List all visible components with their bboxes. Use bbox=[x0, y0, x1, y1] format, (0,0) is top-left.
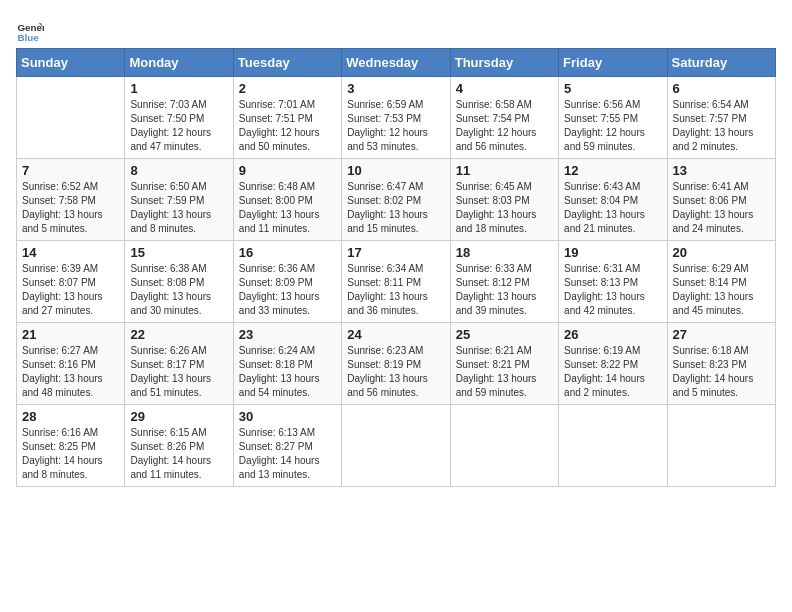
calendar-cell bbox=[559, 405, 667, 487]
day-number: 13 bbox=[673, 163, 770, 178]
calendar-cell: 28Sunrise: 6:16 AM Sunset: 8:25 PM Dayli… bbox=[17, 405, 125, 487]
calendar-cell: 20Sunrise: 6:29 AM Sunset: 8:14 PM Dayli… bbox=[667, 241, 775, 323]
day-number: 10 bbox=[347, 163, 444, 178]
calendar-table: SundayMondayTuesdayWednesdayThursdayFrid… bbox=[16, 48, 776, 487]
day-number: 15 bbox=[130, 245, 227, 260]
calendar-cell: 9Sunrise: 6:48 AM Sunset: 8:00 PM Daylig… bbox=[233, 159, 341, 241]
day-info: Sunrise: 6:39 AM Sunset: 8:07 PM Dayligh… bbox=[22, 262, 119, 318]
weekday-header-thursday: Thursday bbox=[450, 49, 558, 77]
day-info: Sunrise: 6:41 AM Sunset: 8:06 PM Dayligh… bbox=[673, 180, 770, 236]
calendar-cell: 17Sunrise: 6:34 AM Sunset: 8:11 PM Dayli… bbox=[342, 241, 450, 323]
day-number: 19 bbox=[564, 245, 661, 260]
day-info: Sunrise: 7:03 AM Sunset: 7:50 PM Dayligh… bbox=[130, 98, 227, 154]
calendar-cell: 26Sunrise: 6:19 AM Sunset: 8:22 PM Dayli… bbox=[559, 323, 667, 405]
calendar-cell: 29Sunrise: 6:15 AM Sunset: 8:26 PM Dayli… bbox=[125, 405, 233, 487]
day-info: Sunrise: 6:43 AM Sunset: 8:04 PM Dayligh… bbox=[564, 180, 661, 236]
day-info: Sunrise: 7:01 AM Sunset: 7:51 PM Dayligh… bbox=[239, 98, 336, 154]
calendar-cell: 6Sunrise: 6:54 AM Sunset: 7:57 PM Daylig… bbox=[667, 77, 775, 159]
day-info: Sunrise: 6:58 AM Sunset: 7:54 PM Dayligh… bbox=[456, 98, 553, 154]
day-info: Sunrise: 6:36 AM Sunset: 8:09 PM Dayligh… bbox=[239, 262, 336, 318]
calendar-cell: 10Sunrise: 6:47 AM Sunset: 8:02 PM Dayli… bbox=[342, 159, 450, 241]
day-number: 4 bbox=[456, 81, 553, 96]
day-number: 8 bbox=[130, 163, 227, 178]
day-info: Sunrise: 6:15 AM Sunset: 8:26 PM Dayligh… bbox=[130, 426, 227, 482]
day-info: Sunrise: 6:33 AM Sunset: 8:12 PM Dayligh… bbox=[456, 262, 553, 318]
day-info: Sunrise: 6:23 AM Sunset: 8:19 PM Dayligh… bbox=[347, 344, 444, 400]
day-number: 12 bbox=[564, 163, 661, 178]
day-info: Sunrise: 6:47 AM Sunset: 8:02 PM Dayligh… bbox=[347, 180, 444, 236]
day-info: Sunrise: 6:52 AM Sunset: 7:58 PM Dayligh… bbox=[22, 180, 119, 236]
day-number: 6 bbox=[673, 81, 770, 96]
day-number: 29 bbox=[130, 409, 227, 424]
day-number: 16 bbox=[239, 245, 336, 260]
calendar-cell: 5Sunrise: 6:56 AM Sunset: 7:55 PM Daylig… bbox=[559, 77, 667, 159]
day-info: Sunrise: 6:54 AM Sunset: 7:57 PM Dayligh… bbox=[673, 98, 770, 154]
calendar-cell: 3Sunrise: 6:59 AM Sunset: 7:53 PM Daylig… bbox=[342, 77, 450, 159]
weekday-header-tuesday: Tuesday bbox=[233, 49, 341, 77]
weekday-header-friday: Friday bbox=[559, 49, 667, 77]
calendar-cell: 14Sunrise: 6:39 AM Sunset: 8:07 PM Dayli… bbox=[17, 241, 125, 323]
calendar-cell: 11Sunrise: 6:45 AM Sunset: 8:03 PM Dayli… bbox=[450, 159, 558, 241]
day-info: Sunrise: 6:34 AM Sunset: 8:11 PM Dayligh… bbox=[347, 262, 444, 318]
day-info: Sunrise: 6:56 AM Sunset: 7:55 PM Dayligh… bbox=[564, 98, 661, 154]
day-number: 24 bbox=[347, 327, 444, 342]
day-info: Sunrise: 6:50 AM Sunset: 7:59 PM Dayligh… bbox=[130, 180, 227, 236]
day-info: Sunrise: 6:16 AM Sunset: 8:25 PM Dayligh… bbox=[22, 426, 119, 482]
calendar-cell bbox=[450, 405, 558, 487]
day-number: 20 bbox=[673, 245, 770, 260]
day-info: Sunrise: 6:21 AM Sunset: 8:21 PM Dayligh… bbox=[456, 344, 553, 400]
day-number: 23 bbox=[239, 327, 336, 342]
day-info: Sunrise: 6:45 AM Sunset: 8:03 PM Dayligh… bbox=[456, 180, 553, 236]
weekday-header-monday: Monday bbox=[125, 49, 233, 77]
calendar-cell: 27Sunrise: 6:18 AM Sunset: 8:23 PM Dayli… bbox=[667, 323, 775, 405]
calendar-cell: 21Sunrise: 6:27 AM Sunset: 8:16 PM Dayli… bbox=[17, 323, 125, 405]
day-number: 21 bbox=[22, 327, 119, 342]
day-info: Sunrise: 6:13 AM Sunset: 8:27 PM Dayligh… bbox=[239, 426, 336, 482]
weekday-header-wednesday: Wednesday bbox=[342, 49, 450, 77]
day-number: 22 bbox=[130, 327, 227, 342]
day-info: Sunrise: 6:24 AM Sunset: 8:18 PM Dayligh… bbox=[239, 344, 336, 400]
day-number: 1 bbox=[130, 81, 227, 96]
calendar-cell: 22Sunrise: 6:26 AM Sunset: 8:17 PM Dayli… bbox=[125, 323, 233, 405]
day-info: Sunrise: 6:26 AM Sunset: 8:17 PM Dayligh… bbox=[130, 344, 227, 400]
calendar-cell bbox=[667, 405, 775, 487]
logo: General Blue bbox=[16, 16, 50, 44]
calendar-cell: 13Sunrise: 6:41 AM Sunset: 8:06 PM Dayli… bbox=[667, 159, 775, 241]
calendar-cell bbox=[17, 77, 125, 159]
day-number: 7 bbox=[22, 163, 119, 178]
day-number: 26 bbox=[564, 327, 661, 342]
day-number: 9 bbox=[239, 163, 336, 178]
calendar-cell: 30Sunrise: 6:13 AM Sunset: 8:27 PM Dayli… bbox=[233, 405, 341, 487]
day-info: Sunrise: 6:38 AM Sunset: 8:08 PM Dayligh… bbox=[130, 262, 227, 318]
day-number: 30 bbox=[239, 409, 336, 424]
calendar-cell: 16Sunrise: 6:36 AM Sunset: 8:09 PM Dayli… bbox=[233, 241, 341, 323]
calendar-cell: 1Sunrise: 7:03 AM Sunset: 7:50 PM Daylig… bbox=[125, 77, 233, 159]
logo-icon: General Blue bbox=[16, 16, 44, 44]
calendar-cell: 25Sunrise: 6:21 AM Sunset: 8:21 PM Dayli… bbox=[450, 323, 558, 405]
day-info: Sunrise: 6:19 AM Sunset: 8:22 PM Dayligh… bbox=[564, 344, 661, 400]
calendar-cell: 23Sunrise: 6:24 AM Sunset: 8:18 PM Dayli… bbox=[233, 323, 341, 405]
day-info: Sunrise: 6:29 AM Sunset: 8:14 PM Dayligh… bbox=[673, 262, 770, 318]
calendar-cell: 19Sunrise: 6:31 AM Sunset: 8:13 PM Dayli… bbox=[559, 241, 667, 323]
calendar-cell: 24Sunrise: 6:23 AM Sunset: 8:19 PM Dayli… bbox=[342, 323, 450, 405]
day-number: 25 bbox=[456, 327, 553, 342]
day-number: 28 bbox=[22, 409, 119, 424]
calendar-cell: 4Sunrise: 6:58 AM Sunset: 7:54 PM Daylig… bbox=[450, 77, 558, 159]
page-header: General Blue bbox=[16, 16, 776, 44]
day-number: 3 bbox=[347, 81, 444, 96]
weekday-header-sunday: Sunday bbox=[17, 49, 125, 77]
weekday-header-saturday: Saturday bbox=[667, 49, 775, 77]
day-info: Sunrise: 6:18 AM Sunset: 8:23 PM Dayligh… bbox=[673, 344, 770, 400]
calendar-cell: 15Sunrise: 6:38 AM Sunset: 8:08 PM Dayli… bbox=[125, 241, 233, 323]
day-info: Sunrise: 6:59 AM Sunset: 7:53 PM Dayligh… bbox=[347, 98, 444, 154]
day-number: 27 bbox=[673, 327, 770, 342]
calendar-cell bbox=[342, 405, 450, 487]
calendar-cell: 2Sunrise: 7:01 AM Sunset: 7:51 PM Daylig… bbox=[233, 77, 341, 159]
day-number: 5 bbox=[564, 81, 661, 96]
calendar-cell: 8Sunrise: 6:50 AM Sunset: 7:59 PM Daylig… bbox=[125, 159, 233, 241]
svg-text:Blue: Blue bbox=[17, 32, 39, 43]
day-info: Sunrise: 6:48 AM Sunset: 8:00 PM Dayligh… bbox=[239, 180, 336, 236]
calendar-cell: 12Sunrise: 6:43 AM Sunset: 8:04 PM Dayli… bbox=[559, 159, 667, 241]
day-number: 11 bbox=[456, 163, 553, 178]
calendar-cell: 7Sunrise: 6:52 AM Sunset: 7:58 PM Daylig… bbox=[17, 159, 125, 241]
